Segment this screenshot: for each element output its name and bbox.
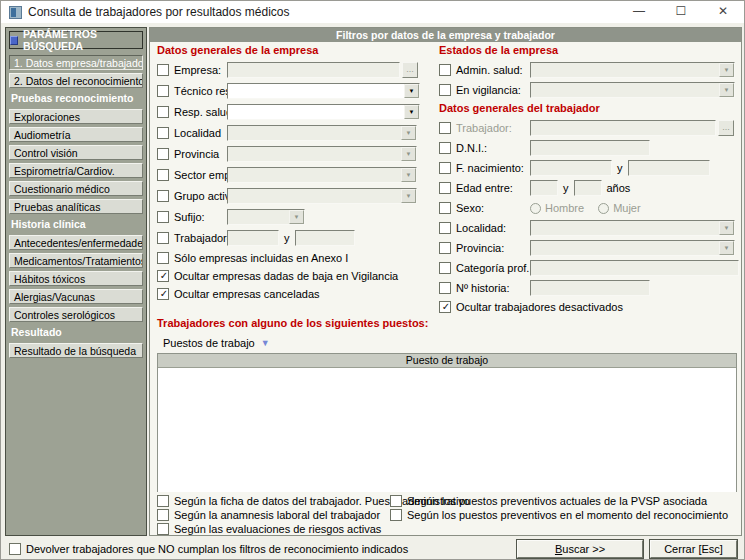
trabajadores-checkbox[interactable] (157, 232, 169, 244)
empresa-input[interactable] (227, 62, 400, 78)
check-icon: ✓ (158, 270, 170, 281)
grupo-combobox[interactable]: ▼ (227, 188, 417, 204)
trabajadores-to-input[interactable] (295, 230, 355, 246)
sidebar-item-medicamentos-tratamientos[interactable]: Medicamentos/Tratamientos (9, 253, 143, 268)
localidad-combobox[interactable]: ▼ (227, 125, 417, 141)
fnac-to-input[interactable] (628, 160, 710, 176)
historia-input[interactable] (530, 280, 650, 296)
trabajadores-from-input[interactable] (227, 230, 279, 246)
sufijo-checkbox[interactable] (157, 211, 169, 223)
sidebar-item-1-datos-empresa-trabajador[interactable]: 1. Datos empresa/trabajador (9, 55, 143, 70)
dni-checkbox[interactable] (439, 142, 451, 154)
localidad-checkbox[interactable] (157, 127, 169, 139)
close-button[interactable]: ✕ (702, 1, 744, 23)
puestos-table[interactable]: Puesto de trabajo (157, 353, 737, 492)
devolver-label: Devolver trabajadores que NO cumplan los… (26, 543, 408, 555)
buscar-button[interactable]: Buscar >> (517, 540, 643, 558)
puestos-selector[interactable]: Puestos de trabajo ▼ (163, 337, 270, 349)
provincia-combobox[interactable]: ▼ (227, 146, 417, 162)
section-title-estados-de-la-empresa: Estados de la empresa (439, 44, 739, 58)
sidebar-item-antecedentes-enfermedades[interactable]: Antecedentes/enfermedades (9, 235, 143, 250)
categoria-checkbox[interactable] (439, 262, 451, 274)
sidebar-item-exploraciones[interactable]: Exploraciones (9, 109, 143, 124)
radio-mujer[interactable] (598, 203, 609, 214)
minimize-button[interactable]: — (618, 1, 660, 23)
dni-label: D.N.I.: (456, 142, 530, 154)
sidebar-header: PARÁMETROS BÚSQUEDA (9, 31, 143, 49)
pvsp-checkbox[interactable] (390, 495, 402, 507)
baja-checkbox[interactable]: ✓ (157, 270, 169, 282)
empresa-browse-button[interactable]: ... (402, 62, 418, 78)
respsalud-checkbox[interactable] (157, 106, 169, 118)
vigilancia-combobox[interactable]: ▼ (530, 82, 735, 98)
respsalud-combobox[interactable]: ▼ (227, 104, 420, 120)
sexo-checkbox[interactable] (439, 202, 451, 214)
trabajador-input[interactable] (530, 120, 716, 136)
dni-input[interactable] (530, 140, 650, 156)
sidebar-item-alergias-vacunas[interactable]: Alergias/Vacunas (9, 289, 143, 304)
sector-checkbox[interactable] (157, 169, 169, 181)
filters-panel: Filtros por datos de la empresa y trabaj… (149, 27, 742, 536)
combo-arrow-icon: ▼ (719, 63, 734, 77)
provinciatrab-combobox[interactable]: ▼ (530, 240, 735, 256)
momento-checkbox[interactable] (390, 509, 402, 521)
desactivados-checkbox[interactable]: ✓ (439, 301, 451, 313)
edad-suffix: años (607, 182, 631, 194)
vigilancia-checkbox[interactable] (439, 84, 451, 96)
anexo-checkbox[interactable] (157, 252, 169, 264)
momento-row: Según los puestos preventivos en el mome… (390, 508, 728, 521)
devolver-checkbox[interactable] (9, 543, 21, 555)
edad-from-input[interactable] (530, 180, 558, 196)
adminsalud-checkbox[interactable] (439, 64, 451, 76)
empresa-checkbox[interactable] (157, 64, 169, 76)
sidebar-item-espirometr-a-cardiov[interactable]: Espirometría/Cardiov. (9, 163, 143, 178)
provincia-checkbox[interactable] (157, 148, 169, 160)
fnac-from-input[interactable] (530, 160, 612, 176)
combo-arrow-icon: ▼ (401, 147, 416, 161)
ficha-checkbox[interactable] (157, 495, 169, 507)
localidadtrab-checkbox[interactable] (439, 222, 451, 234)
edad-to-input[interactable] (574, 180, 602, 196)
sidebar-item-audiometr-a[interactable]: Audiometría (9, 127, 143, 142)
tecnico-checkbox[interactable] (157, 85, 169, 97)
canceladas-checkbox[interactable]: ✓ (157, 288, 169, 300)
edad-checkbox[interactable] (439, 182, 451, 194)
vigilancia-label: En vigilancia: (456, 84, 530, 96)
sidebar-item-2-datos-del-reconocimiento[interactable]: 2. Datos del reconocimiento (9, 73, 143, 88)
pvsp-label: Según los puestos preventivos actuales d… (407, 495, 707, 507)
sidebar-item-pruebas-anal-ticas[interactable]: Pruebas analíticas (9, 199, 143, 214)
maximize-button[interactable]: ☐ (660, 1, 702, 23)
sidebar-item-controles-serol-gicos[interactable]: Controles serológicos (9, 307, 143, 322)
adminsalud-combobox[interactable]: ▼ (530, 62, 735, 78)
sufijo-combobox[interactable]: ▼ (227, 209, 305, 225)
combo-arrow-icon: ▼ (404, 84, 419, 98)
trabajador-browse-button[interactable]: ... (718, 120, 734, 136)
puestos-table-body (158, 368, 736, 492)
sector-combobox[interactable]: ▼ (227, 167, 417, 183)
grupo-checkbox[interactable] (157, 190, 169, 202)
evaluaciones-checkbox[interactable] (157, 523, 169, 535)
fnac-checkbox[interactable] (439, 162, 451, 174)
historia-checkbox[interactable] (439, 282, 451, 294)
fnac-label: F. nacimiento: (456, 162, 530, 174)
search-params-sidebar: PARÁMETROS BÚSQUEDA 1. Datos empresa/tra… (5, 27, 147, 536)
edad-row: Edad entre:yaños (439, 180, 739, 196)
baja-row: ✓Ocultar empresas dadas de baja en Vigil… (157, 269, 433, 283)
tecnico-combobox[interactable]: ▼ (227, 83, 420, 99)
localidadtrab-combobox[interactable]: ▼ (530, 220, 735, 236)
sidebar-item-resultado-de-la-b-squeda[interactable]: Resultado de la búsqueda (9, 343, 143, 358)
anamnesis-checkbox[interactable] (157, 509, 169, 521)
sidebar-item-cuestionario-m-dico[interactable]: Cuestionario médico (9, 181, 143, 196)
sidebar-item-control-visi-n[interactable]: Control visión (9, 145, 143, 160)
provinciatrab-checkbox[interactable] (439, 242, 451, 254)
sidebar-item-h-bitos-t-xicos[interactable]: Hábitos tóxicos (9, 271, 143, 286)
categoria-input[interactable] (530, 260, 739, 276)
tecnico-label: Técnico resp.: (174, 85, 227, 97)
desactivados-row: ✓Ocultar trabajadores desactivados (439, 300, 739, 314)
radio-hombre[interactable] (530, 203, 541, 214)
trabajador-checkbox[interactable] (439, 122, 451, 134)
trabajador-row: Trabajador:... (439, 120, 739, 136)
cerrar-button[interactable]: Cerrar [Esc] (650, 540, 737, 558)
trabajadores-label: Trabajadores: (174, 232, 227, 244)
desactivados-label: Ocultar trabajadores desactivados (456, 301, 623, 313)
